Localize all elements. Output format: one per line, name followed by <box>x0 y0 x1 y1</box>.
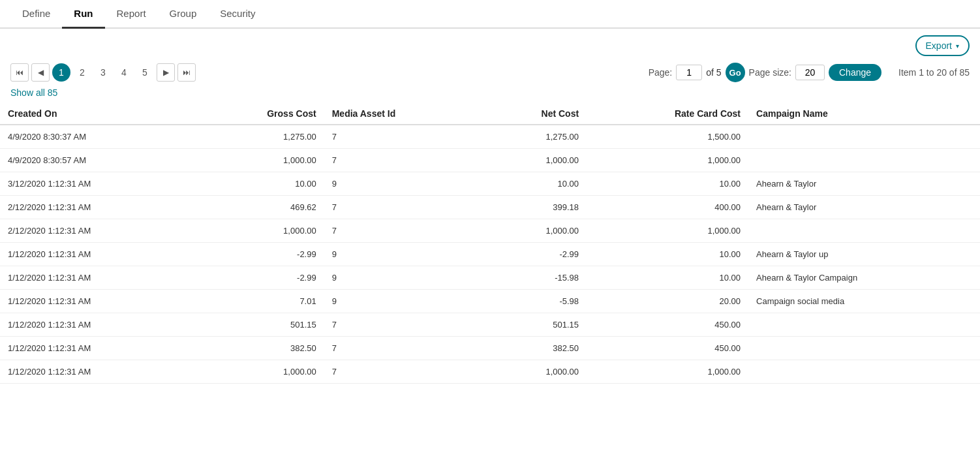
cell-gross-cost: 1,000.00 <box>196 149 324 172</box>
cell-campaign-name <box>748 219 980 243</box>
show-all-link[interactable]: Show all 85 <box>0 87 68 103</box>
tab-security[interactable]: Security <box>208 0 267 29</box>
cell-rate-card-cost: 10.00 <box>587 172 748 196</box>
table-header-row: Created On Gross Cost Media Asset Id Net… <box>0 103 980 125</box>
col-header-net-cost: Net Cost <box>481 103 587 125</box>
last-page-button[interactable]: ⏭ <box>177 63 196 82</box>
page-4-button[interactable]: 4 <box>115 63 133 82</box>
cell-media-asset-id: 7 <box>324 219 482 243</box>
cell-created-on: 4/9/2020 8:30:37 AM <box>0 125 196 149</box>
cell-campaign-name <box>748 125 980 149</box>
page-size-input[interactable] <box>795 65 825 80</box>
table-row: 1/12/2020 1:12:31 AM 382.50 7 382.50 450… <box>0 337 980 360</box>
cell-net-cost: 1,000.00 <box>481 149 587 172</box>
chevron-down-icon: ▾ <box>956 42 959 50</box>
table-row: 1/12/2020 1:12:31 AM -2.99 9 -2.99 10.00… <box>0 243 980 266</box>
tab-define[interactable]: Define <box>10 0 62 29</box>
table-row: 3/12/2020 1:12:31 AM 10.00 9 10.00 10.00… <box>0 172 980 196</box>
table-row: 2/12/2020 1:12:31 AM 469.62 7 399.18 400… <box>0 196 980 219</box>
cell-gross-cost: 469.62 <box>196 196 324 219</box>
toolbar: Export ▾ <box>0 29 980 60</box>
cell-media-asset-id: 7 <box>324 360 482 384</box>
cell-net-cost: 501.15 <box>481 313 587 337</box>
col-header-campaign-name: Campaign Name <box>748 103 980 125</box>
cell-net-cost: 399.18 <box>481 196 587 219</box>
page-1-button[interactable]: 1 <box>52 63 70 82</box>
cell-created-on: 1/12/2020 1:12:31 AM <box>0 360 196 384</box>
cell-media-asset-id: 7 <box>324 337 482 360</box>
data-table: Created On Gross Cost Media Asset Id Net… <box>0 103 980 384</box>
table-row: 4/9/2020 8:30:37 AM 1,275.00 7 1,275.00 … <box>0 125 980 149</box>
cell-campaign-name: Ahearn & Taylor <box>748 196 980 219</box>
table-row: 4/9/2020 8:30:57 AM 1,000.00 7 1,000.00 … <box>0 149 980 172</box>
cell-media-asset-id: 9 <box>324 243 482 266</box>
cell-media-asset-id: 9 <box>324 172 482 196</box>
table-row: 1/12/2020 1:12:31 AM -2.99 9 -15.98 10.0… <box>0 266 980 290</box>
cell-media-asset-id: 7 <box>324 313 482 337</box>
cell-rate-card-cost: 450.00 <box>587 313 748 337</box>
cell-rate-card-cost: 450.00 <box>587 337 748 360</box>
cell-rate-card-cost: 400.00 <box>587 196 748 219</box>
table-row: 1/12/2020 1:12:31 AM 1,000.00 7 1,000.00… <box>0 360 980 384</box>
cell-created-on: 2/12/2020 1:12:31 AM <box>0 196 196 219</box>
cell-gross-cost: -2.99 <box>196 266 324 290</box>
cell-campaign-name <box>748 360 980 384</box>
go-button[interactable]: Go <box>726 63 745 82</box>
cell-created-on: 3/12/2020 1:12:31 AM <box>0 172 196 196</box>
table-row: 2/12/2020 1:12:31 AM 1,000.00 7 1,000.00… <box>0 219 980 243</box>
cell-net-cost: -15.98 <box>481 266 587 290</box>
cell-net-cost: -5.98 <box>481 290 587 313</box>
tab-group[interactable]: Group <box>158 0 209 29</box>
cell-campaign-name <box>748 337 980 360</box>
pagination-row: ⏮ ◀ 1 2 3 4 5 ▶ ⏭ Page: of 5 Go Page siz… <box>0 60 980 87</box>
of-pages-label: of 5 <box>706 67 721 78</box>
page-number-input[interactable] <box>676 65 702 80</box>
first-page-button[interactable]: ⏮ <box>10 63 29 82</box>
col-header-rate-card-cost: Rate Card Cost <box>587 103 748 125</box>
cell-rate-card-cost: 1,500.00 <box>587 125 748 149</box>
cell-created-on: 1/12/2020 1:12:31 AM <box>0 290 196 313</box>
cell-media-asset-id: 7 <box>324 125 482 149</box>
cell-rate-card-cost: 20.00 <box>587 290 748 313</box>
cell-created-on: 1/12/2020 1:12:31 AM <box>0 337 196 360</box>
item-count: Item 1 to 20 of 85 <box>898 67 970 78</box>
next-page-button[interactable]: ▶ <box>157 63 175 82</box>
cell-campaign-name <box>748 149 980 172</box>
page-3-button[interactable]: 3 <box>94 63 112 82</box>
cell-gross-cost: 501.15 <box>196 313 324 337</box>
cell-campaign-name: Ahearn & Taylor <box>748 172 980 196</box>
table-body: 4/9/2020 8:30:37 AM 1,275.00 7 1,275.00 … <box>0 125 980 384</box>
cell-created-on: 1/12/2020 1:12:31 AM <box>0 266 196 290</box>
cell-net-cost: 10.00 <box>481 172 587 196</box>
prev-page-button[interactable]: ◀ <box>31 63 50 82</box>
cell-media-asset-id: 9 <box>324 290 482 313</box>
cell-rate-card-cost: 1,000.00 <box>587 149 748 172</box>
cell-rate-card-cost: 10.00 <box>587 243 748 266</box>
cell-net-cost: 1,000.00 <box>481 360 587 384</box>
tab-report[interactable]: Report <box>105 0 158 29</box>
cell-gross-cost: 10.00 <box>196 172 324 196</box>
cell-gross-cost: 7.01 <box>196 290 324 313</box>
cell-net-cost: 1,275.00 <box>481 125 587 149</box>
export-button[interactable]: Export ▾ <box>915 35 970 56</box>
tab-run[interactable]: Run <box>62 0 104 29</box>
col-header-gross-cost: Gross Cost <box>196 103 324 125</box>
page-2-button[interactable]: 2 <box>73 63 91 82</box>
cell-net-cost: 382.50 <box>481 337 587 360</box>
cell-gross-cost: 1,000.00 <box>196 360 324 384</box>
change-button[interactable]: Change <box>829 64 881 81</box>
cell-campaign-name: Ahearn & Taylor Campaign <box>748 266 980 290</box>
cell-rate-card-cost: 10.00 <box>587 266 748 290</box>
cell-campaign-name: Campaign social media <box>748 290 980 313</box>
export-label: Export <box>926 40 952 51</box>
col-header-media-asset-id: Media Asset Id <box>324 103 482 125</box>
cell-gross-cost: -2.99 <box>196 243 324 266</box>
cell-media-asset-id: 9 <box>324 266 482 290</box>
page-label: Page: <box>649 67 673 78</box>
cell-media-asset-id: 7 <box>324 149 482 172</box>
page-5-button[interactable]: 5 <box>136 63 154 82</box>
cell-created-on: 2/12/2020 1:12:31 AM <box>0 219 196 243</box>
cell-created-on: 1/12/2020 1:12:31 AM <box>0 243 196 266</box>
table-row: 1/12/2020 1:12:31 AM 501.15 7 501.15 450… <box>0 313 980 337</box>
page-info-section: Page: of 5 Go Page size: Change Item 1 t… <box>649 63 970 82</box>
